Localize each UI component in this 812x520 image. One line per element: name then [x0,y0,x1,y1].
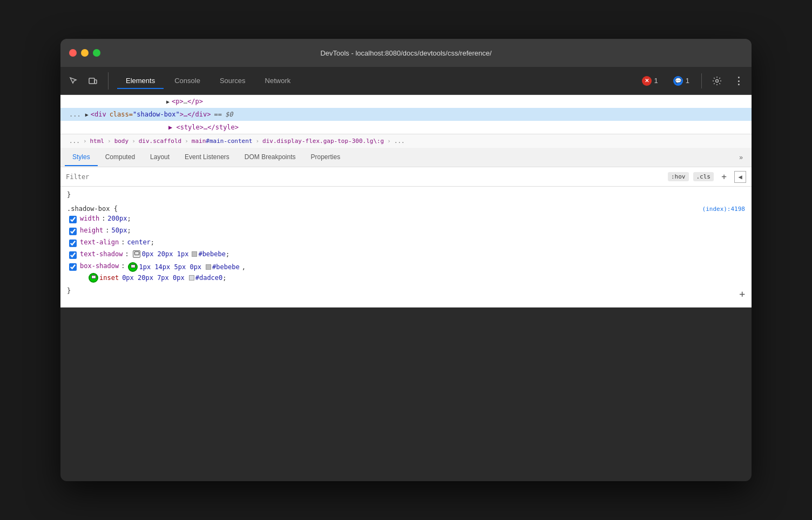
box-shadow-icon-1[interactable] [128,262,138,272]
color-swatch-bebebe-text[interactable] [192,251,197,257]
bc-more: ... [394,138,405,145]
bc-main[interactable]: main#main-content [192,138,253,145]
prop-value-height[interactable]: 50px [112,227,127,234]
opening-close-brace: } [67,191,745,199]
property-row-box-shadow: box-shadow : 1px 14px 5px 0px #bebebe , [67,262,745,283]
titlebar: DevTools - localhost:8080/docs/devtools/… [60,39,752,67]
toolbar-icons [65,72,109,90]
box-shadow-checkbox[interactable] [69,263,77,271]
window-title: DevTools - localhost:8080/docs/devtools/… [320,49,491,57]
property-row-width: width : 200px ; [67,215,745,225]
tab-elements[interactable]: Elements [117,72,164,89]
devtools-window: DevTools - localhost:8080/docs/devtools/… [60,39,752,481]
box-shadow-icon-2[interactable] [89,273,98,283]
tab-sources[interactable]: Sources [211,72,254,89]
error-badge-btn[interactable]: ✕ 1 [637,74,664,88]
divider [701,73,702,88]
subtab-computed[interactable]: Computed [98,149,143,166]
collapse-arrow[interactable]: ▶ [166,99,170,105]
subtab-dom-breakpoints[interactable]: DOM Breakpoints [237,149,303,166]
prop-value-text-shadow-nums[interactable]: 0px 20px 1px [142,250,189,258]
color-swatch-dadce0[interactable] [189,275,194,280]
prop-value-box-shadow-color1[interactable]: #bebebe [212,263,240,271]
maximize-button[interactable] [93,49,100,57]
bc-body[interactable]: body [114,138,129,145]
bc-html[interactable]: html [90,138,105,145]
prop-value-box-shadow-1[interactable]: 1px 14px 5px 0px [139,263,201,271]
tabbar: Elements Console Sources Network ✕ 1 💬 1… [60,67,752,95]
tab-network[interactable]: Network [256,72,300,89]
prop-value-text-align[interactable]: center [127,238,150,246]
subtab-styles[interactable]: Styles [65,149,98,166]
prop-value-box-shadow-inset[interactable]: inset [99,274,119,282]
inspect-icon[interactable] [65,72,82,90]
prop-name-text-align: text-align [80,238,119,246]
color-swatch-bebebe-box[interactable] [206,264,211,270]
prop-name-height: height [80,227,103,234]
property-row-text-shadow: text-shadow : 0px 20px 1px #bebebe ; [67,250,745,261]
closing-brace: } [67,287,71,295]
message-icon: 💬 [673,76,683,86]
prop-value-text-shadow-color[interactable]: #bebebe [198,250,226,258]
filter-input[interactable] [66,173,664,181]
property-row-height: height : 50px ; [67,227,745,237]
height-checkbox[interactable] [69,228,77,235]
error-count: 1 [654,77,658,85]
traffic-lights [69,49,100,57]
text-align-checkbox[interactable] [69,240,77,247]
bc-dots: ... [69,138,80,145]
message-count: 1 [686,77,689,85]
close-button[interactable] [69,49,77,57]
collapse-styles-button[interactable]: ◀ [734,171,746,183]
subtab-layout[interactable]: Layout [143,149,177,166]
more-icon[interactable]: ⋮ [730,72,747,90]
filter-actions: :hov .cls + ◀ [668,171,746,183]
message-badge-btn[interactable]: 💬 1 [668,74,695,88]
property-row-text-align: text-align : center ; [67,238,745,249]
filter-bar: :hov .cls + ◀ [60,167,752,187]
add-rule-button[interactable]: + [739,289,745,299]
rule-block-shadow-box: .shadow-box { (index):4198 width : 200px… [67,205,745,301]
tabbar-right: ✕ 1 💬 1 ⋮ [637,72,747,90]
breadcrumb: ... › html › body › div.scaffold › main#… [60,134,752,148]
svg-rect-1 [94,80,97,84]
device-icon[interactable] [84,72,102,90]
prop-value-box-shadow-color2[interactable]: #dadce0 [195,274,223,282]
subtab-overflow[interactable]: » [735,152,747,163]
dom-row-p[interactable]: ▶ <p> … </p> [60,95,752,108]
subtabs: Styles Computed Layout Event Listeners D… [60,148,752,167]
collapse-arrow-div[interactable]: ▶ [85,112,89,118]
closing-brace-row: } + [67,287,745,301]
selector: .shadow-box { [67,205,118,213]
text-shadow-checkbox[interactable] [69,251,77,259]
bc-div-flex[interactable]: div.display-flex.gap-top-300.lg\:g [262,138,384,145]
shadow-swatch-icon-text[interactable] [133,250,140,258]
minimize-button[interactable] [81,49,89,57]
subtab-properties[interactable]: Properties [303,149,348,166]
dom-panel: ▶ <p> … </p> ... ▶ <div class= "shadow-b… [60,95,752,148]
styles-panel: } .shadow-box { (index):4198 width : 200… [60,187,752,307]
error-icon: ✕ [642,76,652,86]
svg-rect-0 [89,78,94,84]
add-style-button[interactable]: + [718,171,730,183]
rule-header: .shadow-box { (index):4198 [67,205,745,213]
settings-icon[interactable] [708,72,726,90]
prop-value-width[interactable]: 200px [107,215,127,222]
dom-row-partial[interactable]: ▶ <style>…</style> [60,121,752,134]
width-checkbox[interactable] [69,216,77,223]
tab-console[interactable]: Console [166,72,209,89]
prop-value-box-shadow-2[interactable]: 0px 20px 7px 0px [122,274,185,282]
subtab-event-listeners[interactable]: Event Listeners [177,149,237,166]
cls-button[interactable]: .cls [693,172,714,181]
prop-name-box-shadow: box-shadow [80,262,119,270]
source-link[interactable]: (index):4198 [702,206,745,213]
bc-div-scaffold[interactable]: div.scaffold [139,138,181,145]
prop-name-text-shadow: text-shadow [80,250,123,258]
svg-point-2 [716,79,719,82]
dom-row-div[interactable]: ... ▶ <div class= "shadow-box" >…</div> … [60,108,752,121]
dom-dots: ... [69,111,81,118]
hov-button[interactable]: :hov [668,172,689,181]
prop-name-width: width [80,215,99,222]
